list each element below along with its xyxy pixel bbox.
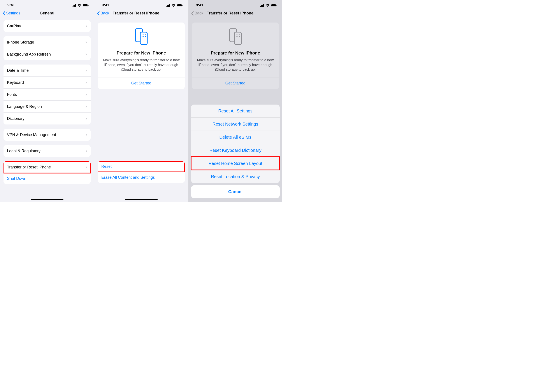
chevron-right-icon: › — [85, 23, 87, 29]
sheet-reset-home-screen-layout[interactable]: Reset Home Screen Layout — [191, 157, 280, 170]
row-vpn-device-management[interactable]: VPN & Device Management› — [3, 129, 91, 141]
chevron-right-icon: › — [85, 80, 87, 85]
svg-rect-8 — [167, 5, 168, 7]
home-indicator[interactable] — [31, 199, 64, 200]
chevron-right-icon: › — [85, 148, 87, 154]
row-dictionary[interactable]: Dictionary› — [3, 112, 91, 125]
svg-point-36 — [239, 36, 240, 37]
svg-rect-2 — [74, 5, 75, 7]
battery-icon — [83, 4, 89, 7]
card-title: Prepare for New iPhone — [196, 50, 274, 56]
back-button: Back — [191, 11, 203, 15]
row-label: Keyboard — [7, 80, 24, 85]
row-label: Shut Down — [7, 176, 26, 181]
row-label: VPN & Device Management — [7, 133, 56, 137]
svg-rect-15 — [140, 32, 147, 44]
two-phones-icon — [228, 28, 243, 46]
row-date-time[interactable]: Date & Time› — [3, 64, 91, 76]
svg-rect-22 — [260, 6, 261, 7]
sheet-cancel-button[interactable]: Cancel — [191, 185, 280, 198]
status-bar: 9:41 — [94, 0, 188, 9]
battery-icon — [271, 4, 277, 7]
two-phones-icon — [134, 28, 149, 46]
svg-point-20 — [143, 36, 144, 37]
row-background-app-refresh[interactable]: Background App Refresh› — [3, 48, 91, 60]
get-started-button[interactable]: Get Started — [98, 77, 185, 89]
row-shut-down[interactable]: Shut Down — [3, 173, 91, 184]
battery-icon — [177, 4, 183, 7]
screen-transfer-or-reset: 9:41 Back Transfer or Reset iPhone Prepa… — [94, 0, 188, 202]
svg-point-17 — [143, 34, 144, 35]
svg-rect-25 — [263, 4, 264, 7]
svg-rect-3 — [75, 4, 76, 7]
nav-title: Transfer or Reset iPhone — [207, 11, 253, 15]
row-label: Legal & Regulatory — [7, 149, 41, 153]
sheet-reset-network-settings[interactable]: Reset Network Settings — [191, 118, 280, 131]
back-button[interactable]: Settings — [3, 11, 20, 15]
svg-point-34 — [236, 36, 237, 37]
screen-reset-action-sheet: 9:41 Back Transfer or Reset iPhone Prepa… — [188, 0, 282, 202]
status-time: 9:41 — [102, 3, 109, 7]
svg-rect-1 — [73, 5, 73, 7]
sheet-reset-all-settings[interactable]: Reset All Settings — [191, 105, 280, 118]
status-time: 9:41 — [7, 3, 15, 7]
chevron-right-icon: › — [85, 39, 87, 45]
status-indicators — [260, 4, 277, 7]
card-title: Prepare for New iPhone — [102, 50, 180, 56]
back-button[interactable]: Back — [97, 11, 109, 15]
chevron-right-icon: › — [85, 132, 87, 138]
svg-rect-13 — [182, 5, 183, 6]
svg-point-18 — [145, 34, 146, 35]
chevron-right-icon: › — [85, 164, 87, 170]
row-label: Date & Time — [7, 68, 29, 73]
svg-point-21 — [145, 36, 146, 37]
row-carplay[interactable]: CarPlay› — [3, 20, 91, 32]
svg-rect-10 — [169, 4, 170, 7]
status-indicators — [72, 4, 89, 7]
row-erase-all[interactable]: Erase All Content and Settings — [98, 172, 185, 183]
sheet-reset-keyboard-dictionary[interactable]: Reset Keyboard Dictionary — [191, 144, 280, 157]
nav-bar: Settings General — [0, 9, 94, 18]
row-label: Transfer or Reset iPhone — [7, 165, 51, 169]
reset-action-sheet: Reset All Settings Reset Network Setting… — [191, 105, 280, 198]
row-fonts[interactable]: Fonts› — [3, 88, 91, 100]
chevron-right-icon: › — [85, 104, 87, 109]
row-legal-regulatory[interactable]: Legal & Regulatory› — [3, 145, 91, 157]
wifi-icon — [266, 4, 270, 7]
chevron-left-icon — [97, 11, 100, 15]
prepare-card: Prepare for New iPhone Make sure everyth… — [98, 22, 185, 89]
row-label: Erase All Content and Settings — [101, 175, 155, 180]
svg-rect-27 — [271, 4, 276, 6]
row-keyboard[interactable]: Keyboard› — [3, 76, 91, 88]
svg-rect-12 — [177, 4, 182, 6]
row-label: Background App Refresh — [7, 52, 51, 57]
get-started-button: Get Started — [192, 77, 279, 89]
settings-content: CarPlay› iPhone Storage› Background App … — [0, 20, 94, 184]
svg-rect-30 — [234, 32, 241, 44]
nav-bar: Back Transfer or Reset iPhone — [188, 9, 282, 18]
home-indicator[interactable] — [125, 199, 158, 200]
back-label: Back — [100, 11, 109, 15]
wifi-icon — [171, 4, 176, 7]
row-transfer-or-reset[interactable]: Transfer or Reset iPhone› — [3, 161, 91, 173]
row-label: Language & Region — [7, 104, 42, 109]
svg-rect-6 — [88, 5, 89, 6]
status-bar: 9:41 — [188, 0, 282, 9]
row-label: iPhone Storage — [7, 40, 34, 45]
svg-rect-24 — [262, 5, 263, 7]
svg-rect-23 — [261, 5, 262, 7]
svg-point-33 — [239, 34, 240, 35]
card-description: Make sure everything's ready to transfer… — [102, 58, 180, 72]
group-carplay: CarPlay› — [3, 20, 91, 32]
row-iphone-storage[interactable]: iPhone Storage› — [3, 36, 91, 48]
chevron-left-icon — [3, 11, 5, 15]
group-vpn: VPN & Device Management› — [3, 129, 91, 141]
group-reset: Transfer or Reset iPhone› Shut Down — [3, 161, 91, 184]
group-legal: Legal & Regulatory› — [3, 145, 91, 157]
svg-rect-5 — [83, 4, 87, 6]
row-reset[interactable]: Reset — [98, 161, 185, 172]
svg-rect-0 — [72, 6, 72, 7]
sheet-delete-all-esims[interactable]: Delete All eSIMs — [191, 131, 280, 144]
row-language-region[interactable]: Language & Region› — [3, 100, 91, 112]
sheet-reset-location-privacy[interactable]: Reset Location & Privacy — [191, 170, 280, 183]
